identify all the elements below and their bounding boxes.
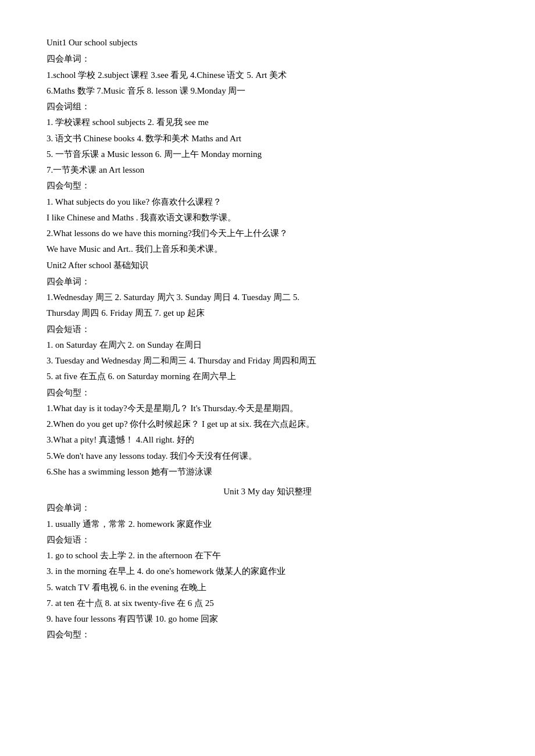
unit2-title: Unit2 After school 基础知识	[47, 258, 488, 273]
unit3-phrase-header: 四会短语：	[47, 532, 488, 547]
unit1-vocab-header: 四会单词：	[47, 51, 488, 66]
unit1-vocab-line1: 1.school 学校 2.subject 课程 3.see 看见 4.Chin…	[47, 67, 488, 83]
unit3-sentence-header: 四会句型：	[47, 627, 488, 642]
unit3-vocab-header: 四会单词：	[47, 500, 488, 515]
unit1-phrase3: 5. 一节音乐课 a Music lesson 6. 周一上午 Monday m…	[47, 147, 488, 162]
unit2-sentence4: 5.We don't have any lessons today. 我们今天没…	[47, 448, 488, 463]
unit1-sentence1a: 1. What subjects do you like? 你喜欢什么课程？	[47, 194, 488, 209]
unit1-phrase4: 7.一节美术课 an Art lesson	[47, 162, 488, 177]
unit1-phrase1: 1. 学校课程 school subjects 2. 看见我 see me	[47, 115, 488, 130]
document-content: Unit1 Our school subjects 四会单词： 1.school…	[47, 35, 488, 643]
unit2-vocab-line1: 1.Wednesday 周三 2. Saturday 周六 3. Sunday …	[47, 290, 488, 305]
unit3-title: Unit 3 My day 知识整理	[47, 484, 488, 499]
unit2-sentence3: 3.What a pity! 真遗憾！ 4.All right. 好的	[47, 432, 488, 447]
unit2-phrase-header: 四会短语：	[47, 322, 488, 337]
unit2-vocab-line2: Thursday 周四 6. Friday 周五 7. get up 起床	[47, 305, 488, 320]
unit1-sentence2b: We have Music and Art.. 我们上音乐和美术课。	[47, 241, 488, 256]
unit3-phrase2: 3. in the morning 在早上 4. do one's homewo…	[47, 564, 488, 579]
unit2-vocab-header: 四会单词：	[47, 274, 488, 289]
unit1-sentence1b: I like Chinese and Maths . 我喜欢语文课和数学课。	[47, 210, 488, 225]
unit1-phrase2: 3. 语文书 Chinese books 4. 数学和美术 Maths and …	[47, 131, 488, 146]
unit2-sentence5: 6.She has a swimming lesson 她有一节游泳课	[47, 464, 488, 479]
unit1-sentence2a: 2.What lessons do we have this morning?我…	[47, 226, 488, 241]
unit2-sentence2: 2.When do you get up? 你什么时候起床？ I get up …	[47, 416, 488, 432]
unit1-vocab-line2: 6.Maths 数学 7.Music 音乐 8. lesson 课 9.Mond…	[47, 83, 488, 98]
unit3-phrase4: 7. at ten 在十点 8. at six twenty-five 在 6 …	[47, 595, 488, 611]
unit2-sentence-header: 四会句型：	[47, 385, 488, 400]
unit3-vocab-line1: 1. usually 通常，常常 2. homework 家庭作业	[47, 516, 488, 532]
unit2-phrase3: 5. at five 在五点 6. on Saturday morning 在周…	[47, 369, 488, 384]
unit1-title: Unit1 Our school subjects	[47, 35, 488, 50]
unit3-phrase5: 9. have four lessons 有四节课 10. go home 回家	[47, 611, 488, 626]
unit2-sentence1: 1.What day is it today?今天是星期几？ It's Thur…	[47, 401, 488, 416]
unit1-phrase-header: 四会词组：	[47, 99, 488, 114]
unit1-sentence-header: 四会句型：	[47, 178, 488, 193]
unit2-phrase2: 3. Tuesday and Wednesday 周二和周三 4. Thursd…	[47, 353, 488, 368]
unit3-phrase3: 5. watch TV 看电视 6. in the evening 在晚上	[47, 580, 488, 595]
unit2-phrase1: 1. on Saturday 在周六 2. on Sunday 在周日	[47, 337, 488, 352]
unit3-phrase1: 1. go to school 去上学 2. in the afternoon …	[47, 548, 488, 563]
